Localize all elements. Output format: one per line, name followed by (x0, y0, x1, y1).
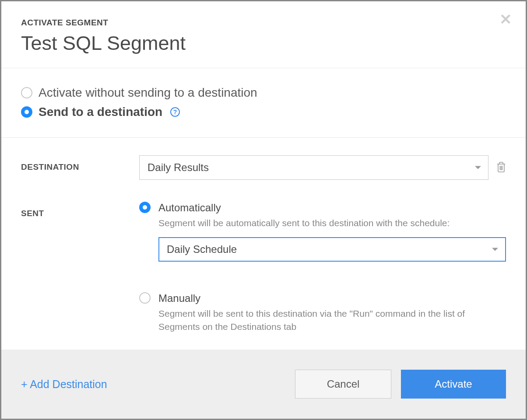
modal-body: Activate without sending to a destinatio… (1, 68, 526, 350)
sent-manual-title: Manually (158, 292, 506, 304)
modal-header: ACTIVATE SEGMENT Test SQL Segment ✕ (1, 1, 526, 68)
activate-segment-modal: ACTIVATE SEGMENT Test SQL Segment ✕ Acti… (0, 0, 527, 420)
radio-icon (21, 87, 32, 98)
footer-actions: Cancel Activate (295, 370, 506, 399)
add-destination-label: + Add Destination (21, 378, 107, 391)
schedule-select[interactable]: Daily Schedule (158, 237, 506, 262)
destination-select[interactable]: Daily Results (139, 155, 488, 180)
radio-icon (139, 292, 151, 304)
trash-icon (496, 161, 506, 173)
sent-label: SENT (21, 202, 139, 218)
close-icon: ✕ (499, 12, 512, 27)
radio-send-to-destination[interactable]: Send to a destination ? (21, 105, 506, 119)
modal-footer: + Add Destination Cancel Activate (1, 350, 526, 419)
radio-label: Send to a destination (39, 105, 162, 119)
cancel-label: Cancel (327, 378, 360, 390)
sent-auto-description: Segment will be automatically sent to th… (158, 217, 506, 229)
sent-auto-title: Automatically (158, 202, 506, 214)
destination-label: DESTINATION (21, 155, 139, 172)
add-destination-button[interactable]: + Add Destination (21, 378, 107, 391)
modal-title: Test SQL Segment (21, 32, 506, 55)
destination-select-value: Daily Results (148, 161, 209, 174)
sent-auto-content: Automatically Segment will be automatica… (158, 202, 506, 262)
destination-row: DESTINATION Daily Results (21, 155, 506, 180)
delete-destination-button[interactable] (496, 155, 506, 175)
sent-options: Automatically Segment will be automatica… (139, 202, 506, 341)
activate-label: Activate (435, 378, 472, 390)
chevron-down-icon (475, 166, 481, 169)
activate-button[interactable]: Activate (401, 370, 506, 399)
radio-sent-automatically[interactable]: Automatically Segment will be automatica… (139, 202, 506, 262)
destination-form-section: DESTINATION Daily Results (1, 138, 526, 350)
sent-manual-description: Segment will be sent to this destination… (158, 307, 506, 333)
schedule-select-value: Daily Schedule (167, 243, 237, 256)
sent-option-manually: Manually Segment will be sent to this de… (139, 292, 506, 341)
activation-mode-section: Activate without sending to a destinatio… (1, 68, 526, 138)
sent-option-automatically: Automatically Segment will be automatica… (139, 202, 506, 262)
help-icon[interactable]: ? (170, 107, 180, 117)
radio-icon (139, 202, 151, 213)
destination-control: Daily Results (139, 155, 506, 180)
chevron-down-icon (492, 248, 498, 251)
cancel-button[interactable]: Cancel (295, 370, 391, 399)
radio-sent-manually[interactable]: Manually Segment will be sent to this de… (139, 292, 506, 341)
radio-activate-without-destination[interactable]: Activate without sending to a destinatio… (21, 86, 506, 100)
radio-label: Activate without sending to a destinatio… (39, 86, 257, 100)
sent-manual-content: Manually Segment will be sent to this de… (158, 292, 506, 341)
close-button[interactable]: ✕ (499, 12, 513, 26)
sent-row: SENT Automatically Segment will be autom… (21, 202, 506, 341)
radio-icon (21, 106, 32, 118)
modal-eyebrow: ACTIVATE SEGMENT (21, 18, 506, 28)
